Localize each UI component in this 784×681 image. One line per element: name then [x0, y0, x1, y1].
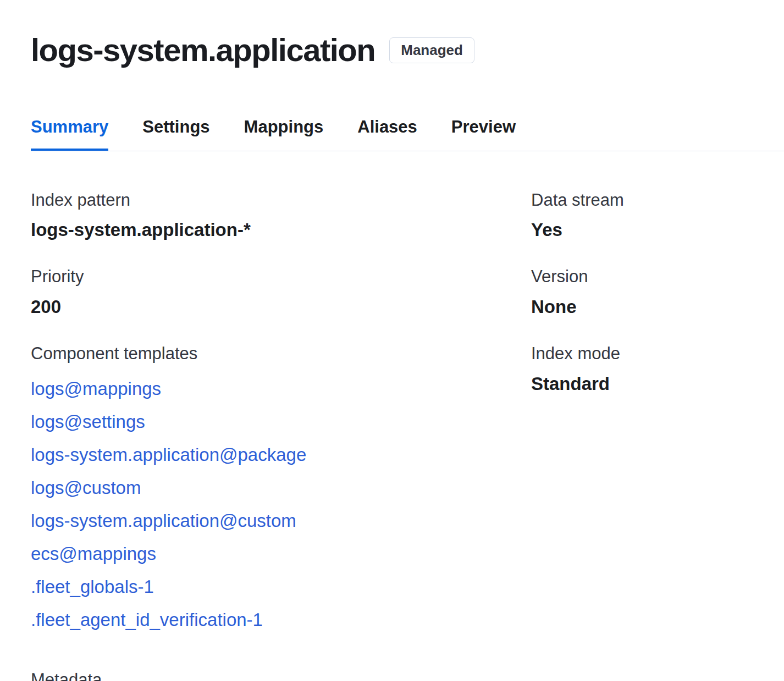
tab-bar: Summary Settings Mappings Aliases Previe… — [31, 117, 784, 151]
data-stream-label: Data stream — [531, 190, 753, 211]
component-template-link-logs-mappings[interactable]: logs@mappings — [31, 372, 161, 405]
tab-mappings[interactable]: Mappings — [244, 117, 324, 151]
index-pattern-label: Index pattern — [31, 190, 531, 211]
component-template-link-app-custom[interactable]: logs-system.application@custom — [31, 504, 296, 537]
managed-badge: Managed — [389, 37, 474, 63]
component-template-link-fleet-agent-id[interactable]: .fleet_agent_id_verification-1 — [31, 603, 263, 636]
index-mode-value: Standard — [531, 372, 753, 396]
index-mode-label: Index mode — [531, 343, 753, 365]
version-value: None — [531, 295, 753, 319]
data-stream-value: Yes — [531, 218, 753, 242]
component-template-link-package[interactable]: logs-system.application@package — [31, 438, 306, 471]
component-template-list: logs@mappings logs@settings logs-system.… — [31, 372, 531, 636]
tab-preview[interactable]: Preview — [451, 117, 516, 151]
summary-right-column: Data stream Yes Version None Index mode … — [531, 190, 753, 661]
summary-content: Index pattern logs-system.application-* … — [31, 190, 753, 661]
metadata-section: Metadata — [31, 669, 753, 681]
page-header: logs-system.application Managed — [31, 32, 753, 69]
priority-label: Priority — [31, 266, 531, 288]
component-template-link-fleet-globals[interactable]: .fleet_globals-1 — [31, 570, 154, 603]
field-component-templates: Component templates logs@mappings logs@s… — [31, 343, 531, 636]
field-index-mode: Index mode Standard — [531, 343, 753, 396]
component-template-link-ecs-mappings[interactable]: ecs@mappings — [31, 537, 156, 570]
version-label: Version — [531, 266, 753, 288]
field-priority: Priority 200 — [31, 266, 531, 319]
field-data-stream: Data stream Yes — [531, 190, 753, 243]
tab-aliases[interactable]: Aliases — [357, 117, 417, 151]
component-template-link-logs-custom[interactable]: logs@custom — [31, 471, 141, 504]
component-templates-label: Component templates — [31, 343, 531, 365]
index-template-details-page: logs-system.application Managed Summary … — [0, 0, 784, 681]
summary-left-column: Index pattern logs-system.application-* … — [31, 190, 531, 661]
tab-summary[interactable]: Summary — [31, 117, 108, 151]
metadata-heading: Metadata — [31, 669, 753, 681]
field-version: Version None — [531, 266, 753, 319]
page-title: logs-system.application — [31, 32, 375, 69]
priority-value: 200 — [31, 295, 531, 319]
index-pattern-value: logs-system.application-* — [31, 218, 531, 242]
component-template-link-logs-settings[interactable]: logs@settings — [31, 405, 145, 438]
tab-settings[interactable]: Settings — [142, 117, 209, 151]
field-index-pattern: Index pattern logs-system.application-* — [31, 190, 531, 243]
